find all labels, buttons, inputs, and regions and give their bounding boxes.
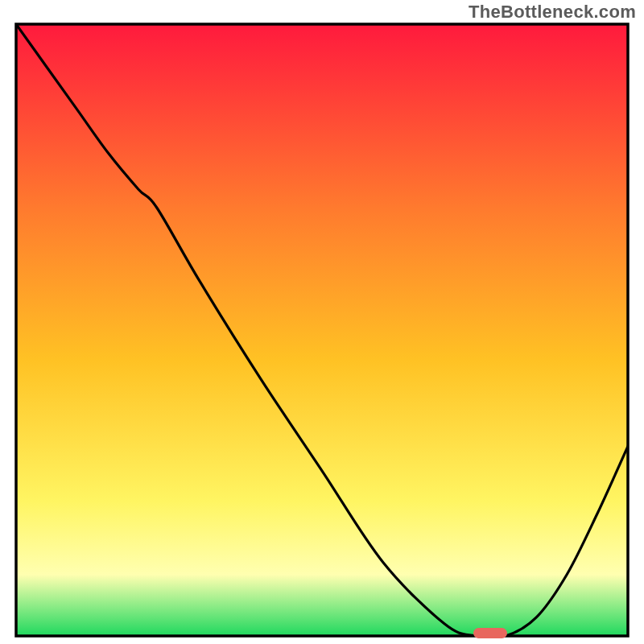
optimum-marker bbox=[473, 628, 507, 638]
bottleneck-chart bbox=[0, 0, 644, 644]
gradient-background bbox=[16, 24, 628, 636]
chart-stage: TheBottleneck.com bbox=[0, 0, 644, 644]
